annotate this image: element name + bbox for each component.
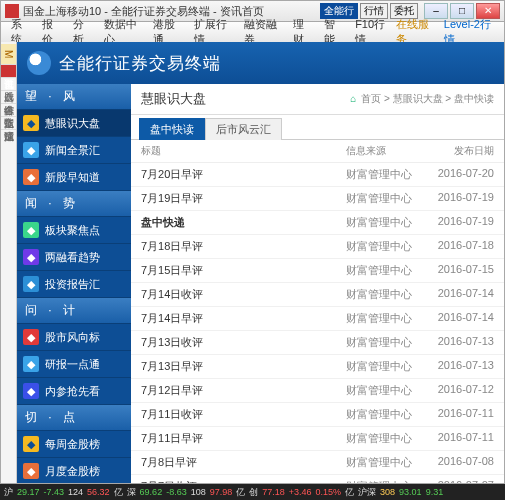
vertical-tab[interactable]: 上证指数 [1,104,16,117]
sidebar-item-label: 投资报告汇 [45,277,100,292]
status-value: 77.18 [262,487,285,497]
month-icon: ◆ [23,463,39,479]
vertical-tab[interactable]: 深证成指 [1,117,16,130]
panel-title: 慧眼识大盘 [141,90,350,108]
list-item[interactable]: 7月18日早评财富管理中心2016-07-18 [131,235,504,259]
sidebar-item[interactable]: ◆内参抢先看 [17,378,131,405]
eye-icon: ◆ [23,115,39,131]
status-value: +3.46 [289,487,312,497]
lock-icon: ◆ [23,383,39,399]
list-item[interactable]: 7月13日收评财富管理中心2016-07-13 [131,331,504,355]
list-item[interactable]: 盘中快递财富管理中心2016-07-19 [131,211,504,235]
status-value: -8.63 [166,487,187,497]
status-value: 沪 [4,486,13,499]
sidebar-item-label: 新闻全景汇 [45,143,100,158]
status-value: 97.98 [210,487,233,497]
report-icon: ◆ [23,276,39,292]
sidebar-item[interactable]: ◆新股早知道 [17,164,131,191]
sidebar-item[interactable]: ◆慧眼识大盘 [17,110,131,137]
list-item[interactable]: 7月15日早评财富管理中心2016-07-15 [131,259,504,283]
week-icon: ◆ [23,436,39,452]
grid-icon: ◆ [23,222,39,238]
status-value: 亿 [236,486,245,499]
sidebar-item[interactable]: ◆新闻全景汇 [17,137,131,164]
row-date: 2016-07-19 [426,215,494,230]
row-source: 财富管理中心 [346,455,426,470]
list-item[interactable]: 7月11日早评财富管理中心2016-07-11 [131,427,504,451]
vertical-tab[interactable]: 综合排名 [1,91,16,104]
vertical-tab[interactable]: 资讯首页 [1,65,16,78]
tab-quick-read[interactable]: 盘中快读 [139,118,205,140]
sidebar-item-label: 新股早知道 [45,170,100,185]
list-item[interactable]: 7月11日收评财富管理中心2016-07-11 [131,403,504,427]
sidebar-item-label: 内参抢先看 [45,384,100,399]
row-date: 2016-07-18 [426,239,494,254]
row-date: 2016-07-14 [426,311,494,326]
list-header: 标题 信息来源 发布日期 [131,140,504,163]
status-value: 0.15% [316,487,342,497]
row-source: 财富管理中心 [346,311,426,326]
main-panel: 慧眼识大盘 ⌂ 首页 > 慧眼识大盘 > 盘中快读 盘中快读 后市风云汇 标题 … [131,84,504,483]
sidebar-item-label: 研报一点通 [45,357,100,372]
status-value: 108 [191,487,206,497]
sidebar-item[interactable]: ◆研报一点通 [17,351,131,378]
list-item[interactable]: 7月13日早评财富管理中心2016-07-13 [131,355,504,379]
status-value: 亿 [345,486,354,499]
panel-header: 慧眼识大盘 ⌂ 首页 > 慧眼识大盘 > 盘中快读 [131,84,504,115]
vertical-tab[interactable]: 自选股 [1,78,16,91]
app-icon [5,4,19,18]
list-item[interactable]: 7月8日早评财富管理中心2016-07-08 [131,451,504,475]
sidebar-item[interactable]: ◆月度金股榜 [17,458,131,483]
home-icon[interactable]: ⌂ [350,93,356,104]
row-source: 财富管理中心 [346,431,426,446]
list-item[interactable]: 7月20日早评财富管理中心2016-07-20 [131,163,504,187]
row-source: 财富管理中心 [346,215,426,230]
row-title: 7月12日早评 [141,383,346,398]
tab-aftermarket[interactable]: 后市风云汇 [205,118,282,140]
row-date: 2016-07-07 [426,479,494,483]
row-source: 财富管理中心 [346,167,426,182]
news-icon: ◆ [23,142,39,158]
sidebar-item[interactable]: ◆板块聚焦点 [17,217,131,244]
list-item[interactable]: 7月12日早评财富管理中心2016-07-12 [131,379,504,403]
status-value: 308 [380,487,395,497]
row-title: 7月8日早评 [141,455,346,470]
list-item[interactable]: 7月7日收评财富管理中心2016-07-07 [131,475,504,483]
row-title: 7月18日早评 [141,239,346,254]
row-date: 2016-07-13 [426,359,494,374]
ipo-icon: ◆ [23,169,39,185]
status-value: -7.43 [44,487,65,497]
row-title: 7月20日早评 [141,167,346,182]
row-date: 2016-07-15 [426,263,494,278]
brand-bar: 全能行证券交易终端 [17,42,504,84]
status-value: 93.01 [399,487,422,497]
article-list[interactable]: 7月20日早评财富管理中心2016-07-207月19日早评财富管理中心2016… [131,163,504,483]
row-date: 2016-07-19 [426,191,494,206]
row-date: 2016-07-08 [426,455,494,470]
list-item[interactable]: 7月14日收评财富管理中心2016-07-14 [131,283,504,307]
status-value: 56.32 [87,487,110,497]
row-title: 7月11日收评 [141,407,346,422]
list-item[interactable]: 7月19日早评财富管理中心2016-07-19 [131,187,504,211]
row-date: 2016-07-14 [426,287,494,302]
vertical-tab[interactable]: M资讯 [1,44,16,65]
vertical-tabs: M资讯资讯首页自选股综合排名上证指数深证成指 [1,42,17,483]
row-source: 财富管理中心 [346,239,426,254]
crumb-section[interactable]: 慧眼识大盘 [393,93,443,104]
col-title: 标题 [141,144,346,158]
row-source: 财富管理中心 [346,479,426,483]
sidebar-item[interactable]: ◆投资报告汇 [17,271,131,298]
status-value: 69.62 [140,487,163,497]
status-value: 9.31 [426,487,444,497]
list-item[interactable]: 7月14日早评财富管理中心2016-07-14 [131,307,504,331]
sidebar-item[interactable]: ◆两融看趋势 [17,244,131,271]
sidebar-item[interactable]: ◆每周金股榜 [17,431,131,458]
status-value: 124 [68,487,83,497]
sidebar-item[interactable]: ◆股市风向标 [17,324,131,351]
col-date: 发布日期 [426,144,494,158]
sidebar-item-label: 股市风向标 [45,330,100,345]
crumb-home[interactable]: 首页 [361,93,381,104]
row-date: 2016-07-11 [426,407,494,422]
row-date: 2016-07-11 [426,431,494,446]
row-title: 盘中快递 [141,215,346,230]
